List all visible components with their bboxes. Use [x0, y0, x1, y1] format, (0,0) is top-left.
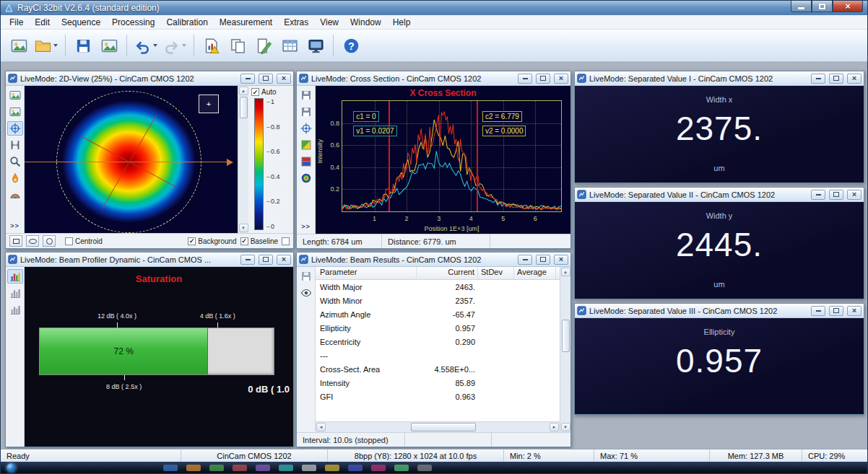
column-header-current[interactable]: Current	[417, 267, 478, 279]
menu-item-processing[interactable]: Processing	[106, 16, 160, 29]
scrollbar-thumb[interactable]	[562, 320, 570, 352]
colormap-green-yellow-button[interactable]	[298, 138, 314, 152]
taskbar-icon[interactable]	[325, 465, 339, 471]
restore-button[interactable]	[536, 74, 550, 84]
menu-item-measurement[interactable]: Measurement	[214, 16, 278, 29]
close-button[interactable]	[847, 190, 862, 200]
taskbar-icon[interactable]	[209, 465, 224, 471]
menu-item-file[interactable]: File	[4, 16, 29, 29]
taskbar-icon[interactable]	[394, 465, 409, 471]
expand-toolbar-button[interactable]: >>	[10, 222, 19, 231]
extra-checkbox[interactable]	[282, 237, 290, 245]
rect-roi-button[interactable]	[9, 235, 22, 247]
window-titlebar[interactable]: LiveMode: Separated Value III - CinCam C…	[575, 304, 864, 318]
scroll-down-icon[interactable]	[239, 224, 248, 232]
centroid-checkbox[interactable]: Centroid	[65, 237, 103, 245]
column-header-stdev[interactable]: StDev	[478, 267, 514, 279]
canvas-scrollbar[interactable]	[238, 86, 248, 233]
undo-button[interactable]	[132, 32, 160, 58]
column-header-average[interactable]: Average	[514, 267, 556, 279]
close-button[interactable]	[277, 74, 291, 84]
table-row[interactable]: Ellipticity0.957	[316, 321, 560, 335]
help-button[interactable]	[339, 32, 363, 58]
scrollbar-thumb[interactable]	[240, 97, 248, 118]
taskbar-icon[interactable]	[163, 465, 178, 471]
scrollbar-track[interactable]	[326, 423, 550, 432]
start-button[interactable]	[6, 463, 16, 473]
circle-roi-button[interactable]	[43, 235, 56, 247]
chart-tool-button[interactable]	[7, 286, 23, 300]
save-button[interactable]	[298, 269, 314, 284]
protocol-button[interactable]	[251, 32, 276, 58]
watch-values-button[interactable]	[298, 286, 314, 300]
close-button[interactable]	[833, 1, 863, 12]
save-button[interactable]	[298, 88, 314, 102]
scroll-right-icon[interactable]	[550, 423, 559, 431]
cursor-line-2[interactable]	[477, 101, 478, 211]
zoom-tool-button[interactable]	[7, 154, 23, 169]
restore-button[interactable]	[259, 74, 273, 84]
save-button[interactable]	[71, 32, 95, 58]
window-titlebar[interactable]: LiveMode: Separated Value I - CinCam CMO…	[575, 71, 864, 86]
image-tool-button[interactable]	[7, 88, 23, 102]
report-button[interactable]	[199, 32, 224, 58]
window-titlebar[interactable]: LiveMode: Beam Results - CinCam CMOS 120…	[297, 253, 570, 267]
table-row[interactable]: Azimuth Angle-65.47	[316, 307, 560, 321]
baseline-checkbox[interactable]: Baseline	[240, 237, 278, 245]
restore-button[interactable]	[829, 74, 843, 84]
table-row[interactable]: Cross-Sect. Area4.558E+0...	[316, 362, 560, 376]
scroll-up-icon[interactable]	[561, 268, 570, 276]
crosshair-tool-button[interactable]	[7, 121, 23, 136]
maximize-button[interactable]	[812, 1, 833, 12]
flame-colormap-button[interactable]	[7, 171, 23, 185]
vertical-scrollbar[interactable]	[560, 267, 570, 432]
redo-button[interactable]	[161, 32, 188, 58]
menu-item-help[interactable]: Help	[387, 16, 417, 29]
minimize-button[interactable]	[518, 255, 532, 265]
new-image-button[interactable]	[6, 32, 31, 58]
taskbar-icon[interactable]	[256, 465, 270, 471]
close-button[interactable]	[847, 74, 862, 84]
table-row[interactable]: ---	[316, 348, 560, 362]
windows-taskbar[interactable]	[1, 462, 867, 473]
menu-item-window[interactable]: Window	[344, 16, 387, 29]
restore-button[interactable]	[536, 255, 550, 265]
minimize-button[interactable]	[240, 255, 255, 265]
table-row[interactable]: Intensity85.89	[316, 376, 560, 390]
window-titlebar[interactable]: LiveMode: Cross Section - CinCam CMOS 12…	[297, 71, 570, 86]
column-header-parameter[interactable]: Parameter	[316, 267, 417, 279]
menu-item-extras[interactable]: Extras	[278, 16, 314, 29]
window-titlebar[interactable]: LiveMode: Beam Profiler Dynamic - CinCam…	[6, 253, 293, 267]
table-row[interactable]: Width Minor2357.	[316, 294, 560, 307]
minimize-button[interactable]	[518, 74, 532, 84]
scrollbar-thumb[interactable]	[411, 423, 476, 431]
menu-item-view[interactable]: View	[314, 16, 344, 29]
restore-button[interactable]	[829, 190, 843, 200]
window-titlebar[interactable]: LiveMode: 2D-View (25%) - CinCam CMOS 12…	[6, 71, 293, 86]
close-button[interactable]	[554, 74, 568, 84]
export-image-button[interactable]	[97, 32, 121, 58]
taskbar-icon[interactable]	[371, 465, 386, 471]
scroll-down-icon[interactable]	[561, 423, 570, 431]
taskbar-icon[interactable]	[348, 465, 363, 471]
window-layout-button[interactable]	[303, 32, 328, 58]
colormap-red-blue-button[interactable]	[298, 154, 314, 169]
cursor-line-1[interactable]	[389, 101, 390, 211]
table-button[interactable]	[277, 32, 302, 58]
caliper-tool-button[interactable]	[7, 138, 23, 152]
table-row[interactable]: GFI0.963	[316, 390, 560, 403]
close-button[interactable]	[277, 255, 291, 265]
menu-item-calibration[interactable]: Calibration	[160, 16, 213, 29]
save-all-button[interactable]	[298, 105, 314, 119]
taskbar-icon[interactable]	[417, 465, 432, 471]
image-overlay-tool-button[interactable]	[7, 105, 23, 119]
zoom-region-box[interactable]: +	[199, 95, 219, 113]
beam-2d-canvas[interactable]: +	[25, 86, 238, 233]
horizontal-scrollbar[interactable]	[316, 421, 560, 432]
minimize-button[interactable]	[811, 306, 825, 316]
restore-button[interactable]	[259, 255, 273, 265]
expand-toolbar-button[interactable]: >>	[301, 223, 311, 232]
window-titlebar[interactable]: LiveMode: Separated Value II - CinCam CM…	[575, 188, 864, 202]
cross-section-plot[interactable]: X Cross Section Intensity Position 1E+3 …	[316, 86, 570, 234]
rainbow-colormap-button[interactable]	[7, 188, 23, 202]
